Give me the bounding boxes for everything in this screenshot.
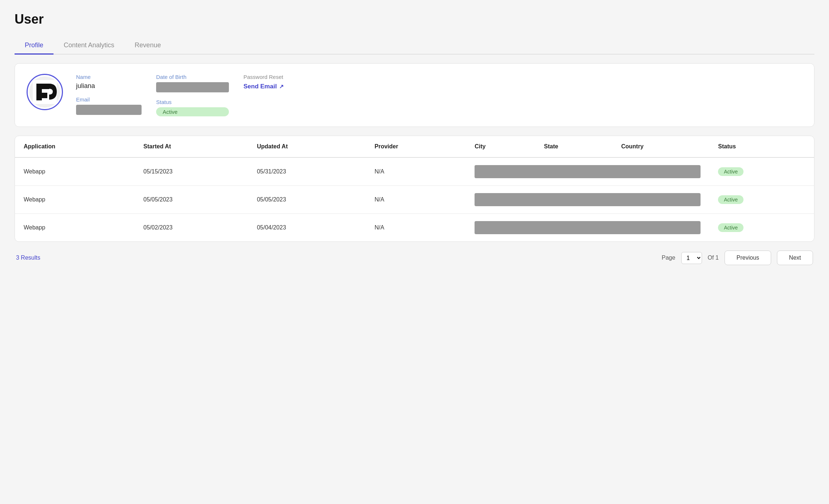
cell-city (466, 157, 709, 186)
tab-profile[interactable]: Profile (15, 37, 53, 55)
applications-table-card: Application Started At Updated At Provid… (15, 136, 814, 242)
of-label: Of 1 (708, 255, 719, 261)
email-redacted (76, 105, 142, 115)
page-title: User (15, 12, 814, 27)
cell-started-at: 05/02/2023 (135, 214, 248, 242)
cell-status: Active (709, 186, 814, 214)
results-count: 3 Results (16, 255, 40, 261)
next-button[interactable]: Next (777, 251, 813, 265)
cell-started-at: 05/05/2023 (135, 186, 248, 214)
table-row: Webapp05/02/202305/04/2023N/AActive (15, 214, 814, 242)
dob-status-field-group: Date of Birth Status Active (156, 74, 229, 116)
cell-city (466, 214, 709, 242)
send-email-button[interactable]: Send Email ↗ (243, 83, 309, 90)
table-row: Webapp05/05/202305/05/2023N/AActive (15, 186, 814, 214)
cell-application: Webapp (15, 157, 135, 186)
col-updated-at: Updated At (248, 136, 366, 157)
table-header-row: Application Started At Updated At Provid… (15, 136, 814, 157)
profile-fields: Name juliana Email Date of Birth Status … (76, 74, 802, 116)
pagination-row: 3 Results Page 1 Of 1 Previous Next (15, 251, 814, 265)
col-city: City (466, 136, 535, 157)
dob-redacted (156, 82, 229, 92)
cell-city (466, 186, 709, 214)
cell-application: Webapp (15, 214, 135, 242)
name-value: juliana (76, 82, 142, 90)
password-reset-label: Password Reset (243, 74, 309, 80)
cell-updated-at: 05/31/2023 (248, 157, 366, 186)
previous-button[interactable]: Previous (725, 251, 771, 265)
cell-provider: N/A (366, 186, 466, 214)
avatar (27, 74, 63, 110)
cell-provider: N/A (366, 157, 466, 186)
pagination-controls: Page 1 Of 1 Previous Next (662, 251, 813, 265)
city-state-country-redacted (475, 165, 701, 178)
col-state: State (535, 136, 612, 157)
cell-updated-at: 05/05/2023 (248, 186, 366, 214)
name-label: Name (76, 74, 142, 80)
col-status: Status (709, 136, 814, 157)
email-label: Email (76, 96, 142, 103)
status-label: Status (156, 99, 229, 105)
status-badge: Active (718, 223, 743, 232)
city-state-country-redacted (475, 193, 701, 206)
cell-started-at: 05/15/2023 (135, 157, 248, 186)
arrow-icon: ↗ (279, 83, 284, 90)
send-email-label: Send Email (243, 83, 277, 90)
applications-table: Application Started At Updated At Provid… (15, 136, 814, 241)
page-select[interactable]: 1 (681, 252, 702, 264)
city-state-country-redacted (475, 221, 701, 234)
cell-status: Active (709, 157, 814, 186)
password-reset-group: Password Reset Send Email ↗ (243, 74, 309, 116)
dob-label: Date of Birth (156, 74, 229, 80)
cell-updated-at: 05/04/2023 (248, 214, 366, 242)
cell-provider: N/A (366, 214, 466, 242)
col-application: Application (15, 136, 135, 157)
col-provider: Provider (366, 136, 466, 157)
cell-status: Active (709, 214, 814, 242)
status-badge: Active (156, 107, 229, 116)
table-row: Webapp05/15/202305/31/2023N/AActive (15, 157, 814, 186)
tab-revenue[interactable]: Revenue (124, 37, 171, 55)
cell-application: Webapp (15, 186, 135, 214)
col-started-at: Started At (135, 136, 248, 157)
status-badge: Active (718, 167, 743, 176)
profile-card: Name juliana Email Date of Birth Status … (15, 63, 814, 127)
status-badge: Active (718, 195, 743, 204)
tab-content-analytics[interactable]: Content Analytics (53, 37, 124, 55)
tabs-bar: Profile Content Analytics Revenue (15, 37, 814, 55)
page-label: Page (662, 255, 675, 261)
name-field-group: Name juliana Email (76, 74, 142, 116)
col-country: Country (612, 136, 709, 157)
